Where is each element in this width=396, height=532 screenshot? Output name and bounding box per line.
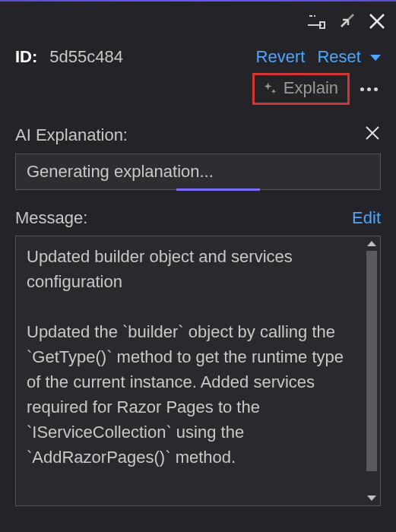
window-titlebar — [0, 2, 396, 41]
svg-line-4 — [341, 20, 348, 27]
scroll-down-icon[interactable] — [367, 496, 376, 501]
ai-explanation-title: AI Explanation: — [15, 125, 128, 145]
id-value: 5d55c484 — [49, 47, 123, 67]
ai-explanation-status: Generating explanation... — [27, 162, 214, 181]
reset-label: Reset — [317, 47, 360, 66]
close-ai-explanation-button[interactable] — [364, 125, 381, 146]
ai-explanation-box: Generating explanation... — [15, 154, 381, 190]
revert-link[interactable]: Revert — [256, 47, 306, 67]
message-body: Updated builder object and services conf… — [16, 236, 363, 505]
minimize-restore-icon[interactable] — [335, 10, 358, 33]
dock-icon[interactable] — [305, 10, 328, 33]
more-options-button[interactable] — [359, 87, 381, 91]
sparkle-icon — [262, 81, 277, 96]
commit-id-row: ID: 5d55c484 Revert Reset — [15, 47, 381, 67]
id-label: ID: — [15, 47, 37, 67]
scroll-up-icon[interactable] — [367, 241, 376, 246]
loading-indicator — [176, 188, 260, 191]
message-box: Updated builder object and services conf… — [15, 236, 381, 506]
svg-line-5 — [349, 14, 353, 19]
edit-message-link[interactable]: Edit — [352, 208, 381, 228]
reset-dropdown[interactable]: Reset — [317, 47, 381, 67]
close-window-icon[interactable] — [366, 10, 388, 33]
scrollbar[interactable] — [363, 236, 380, 505]
explain-label: Explain — [284, 78, 338, 98]
explain-button[interactable]: Explain — [252, 73, 350, 105]
message-title: Message: — [15, 208, 87, 228]
chevron-down-icon — [370, 55, 381, 61]
svg-rect-1 — [320, 22, 325, 28]
scroll-thumb[interactable] — [366, 251, 377, 471]
